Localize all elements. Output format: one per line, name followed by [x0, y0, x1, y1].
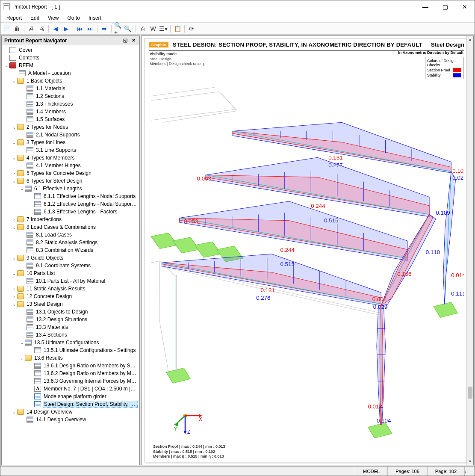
beam-3: 0.244 0.515 [180, 201, 407, 268]
svg-marker-60 [443, 171, 456, 305]
status-scroll-right-icon[interactable]: › [464, 467, 475, 476]
close-button[interactable]: ✕ [455, 0, 475, 13]
tree-6-1-3[interactable]: 6.1.3 Effective Lengths - Factors [2, 208, 139, 216]
svg-text:Y: Y [174, 426, 177, 432]
tree-13-6[interactable]: ⌄13.6 Results [2, 354, 139, 362]
tree-member-7[interactable]: Member No. 7 | DS1 | CO4 | 2.500 m | ST2… [2, 385, 139, 393]
zoom-in-icon[interactable]: 🔍+ [114, 24, 123, 33]
delete-icon[interactable]: 🗑 [12, 24, 22, 33]
brace: 0.110 0.106 [381, 215, 440, 306]
tree-a-model[interactable]: A Model - Location [2, 69, 139, 77]
clipboard-icon[interactable]: 📋 [173, 24, 182, 33]
tree-1-4[interactable]: 1.4 Members [2, 108, 139, 115]
scroll-up-icon[interactable]: ▲ [467, 36, 473, 43]
svg-text:0.110: 0.110 [426, 249, 440, 255]
tree-steel-design[interactable]: ⌄13 Steel Design [2, 300, 139, 308]
tree-types-concrete[interactable]: ›5 Types for Concrete Design [2, 169, 139, 177]
svg-marker-4 [434, 302, 457, 318]
tree-types-steel[interactable]: ⌄6 Types for Steel Design [2, 177, 139, 185]
scroll-down-icon[interactable]: ▼ [467, 458, 473, 465]
export-pdf-icon[interactable]: ⎙ [138, 24, 148, 33]
tree-8-2[interactable]: 8.2 Static Analysis Settings [2, 239, 139, 246]
menu-view[interactable]: View [44, 14, 63, 22]
tree-13-5[interactable]: ⌄13.5 Ultimate Configurations [2, 339, 139, 346]
tree-6-1-1[interactable]: 6.1.1 Effective Lengths - Nodal Supports [2, 192, 139, 200]
navigator-tree[interactable]: Cover Contents ⌄RFEM A Model - Location … [2, 45, 139, 465]
prev-icon[interactable]: ◀ [51, 24, 60, 33]
scroll-thumb[interactable] [468, 387, 472, 399]
print-all-icon[interactable]: 🖨 [37, 24, 46, 33]
tree-design-overview[interactable]: ⌄14 Design Overview [2, 408, 139, 416]
svg-text:0.029: 0.029 [452, 174, 464, 181]
tree-6-1-2[interactable]: 6.1.2 Effective Lengths - Nodal Supports… [2, 200, 139, 208]
svg-text:0.131: 0.131 [328, 154, 342, 161]
tree-8-3[interactable]: 8.3 Combination Wizards [2, 246, 139, 254]
tree-types-lines[interactable]: ⌄3 Types for Lines [2, 139, 139, 146]
tree-1-2[interactable]: 1.2 Sections [2, 92, 139, 100]
tree-cover[interactable]: Cover [2, 46, 139, 54]
tree-rfem[interactable]: ⌄RFEM [2, 62, 139, 69]
tree-1-1[interactable]: 1.1 Materials [2, 85, 139, 92]
tree-steel-design-graphic[interactable]: Steel Design: Section Proof, Stability, … [2, 400, 139, 408]
tree-1-3[interactable]: 1.3 Thicknesses [2, 100, 139, 108]
tree-10-1[interactable]: 10.1 Parts List - All by Material [2, 277, 139, 285]
new-report-icon[interactable]: 📄 [2, 24, 12, 33]
tree-load-comb[interactable]: ⌄8 Load Cases & Combinations [2, 223, 139, 231]
tree-types-members[interactable]: ⌄4 Types for Members [2, 154, 139, 162]
close-panel-icon[interactable]: ✕ [130, 37, 137, 44]
tree-imperfections[interactable]: ›7 Imperfections [2, 216, 139, 223]
tree-mode-shape[interactable]: Mode shape platform girder [2, 393, 139, 400]
svg-text:0.111: 0.111 [451, 290, 464, 297]
tree-basic-objects[interactable]: ⌄1 Basic Objects [2, 77, 139, 85]
tree-14-1[interactable]: 14.1 Design Overview [2, 416, 139, 423]
tree-13-3[interactable]: 13.3 Materials [2, 323, 139, 331]
tree-13-4[interactable]: 13.4 Sections [2, 331, 139, 339]
tree-1-5[interactable]: 1.5 Surfaces [2, 115, 139, 123]
graphic-badge: Graphic [149, 42, 168, 47]
tree-13-5-1[interactable]: 13.5.1 Ultimate Configurations - Setting… [2, 346, 139, 354]
svg-text:0.002: 0.002 [372, 296, 386, 302]
tree-13-6-2[interactable]: 13.6.2 Design Ratio on Members by Member [2, 370, 139, 377]
last-icon[interactable]: ⏭ [86, 24, 95, 33]
export-word-icon[interactable]: W [148, 24, 158, 33]
tree-13-6-3[interactable]: 13.6.3 Governing Internal Forces by Memb… [2, 377, 139, 385]
tree-3-1[interactable]: 3.1 Line Supports [2, 146, 139, 154]
tree-parts[interactable]: ⌄10 Parts List [2, 269, 139, 277]
tree-2-1[interactable]: 2.1 Nodal Supports [2, 131, 139, 139]
tree-13-1[interactable]: 13.1 Objects to Design [2, 308, 139, 316]
first-icon[interactable]: ⏮ [75, 24, 85, 33]
tree-static-results[interactable]: ›11 Static Analysis Results [2, 285, 139, 293]
menu-goto[interactable]: Go to [63, 14, 84, 22]
menu-report[interactable]: Report [2, 14, 26, 22]
tree-concrete-design[interactable]: ›12 Concrete Design [2, 293, 139, 300]
model-diagram: 0.131 0.277 0.244 0.515 [149, 65, 464, 447]
column-front: 0.013 0.104 [368, 306, 391, 425]
tree-9-1[interactable]: 9.1 Coordinate Systems [2, 262, 139, 269]
svg-text:0.244: 0.244 [280, 247, 295, 253]
tree-6-1[interactable]: ⌄6.1 Effective Lengths [2, 185, 139, 192]
tree-13-6-1[interactable]: 13.6.1 Design Ratio on Members by Sectio… [2, 362, 139, 370]
menu-edit[interactable]: Edit [26, 14, 44, 22]
tree-guide[interactable]: ⌄9 Guide Objects [2, 254, 139, 262]
menu-insert[interactable]: Insert [84, 14, 106, 22]
minimize-button[interactable]: — [416, 0, 435, 13]
svg-marker-92 [183, 431, 187, 434]
tree-4-1[interactable]: 4.1 Member Hinges [2, 162, 139, 169]
jump-icon[interactable]: ➡ [100, 24, 109, 33]
tree-contents[interactable]: Contents [2, 54, 139, 62]
svg-text:0.014: 0.014 [451, 272, 464, 278]
settings-dropdown-icon[interactable]: ☰▾ [159, 24, 168, 33]
svg-text:0.106: 0.106 [397, 271, 411, 277]
print-icon[interactable]: 🖨 [27, 24, 36, 33]
refresh-icon[interactable]: ⟳ [187, 24, 196, 33]
next-icon[interactable]: ▶ [61, 24, 71, 33]
navigator-title: Printout Report Navigator [4, 38, 67, 44]
maximize-button[interactable]: ▢ [435, 0, 455, 13]
page-title: STEEL DESIGN: SECTION PROOF, STABILITY, … [173, 41, 422, 48]
vertical-scrollbar[interactable]: ▲ ▼ [466, 36, 473, 465]
tree-13-2[interactable]: 13.2 Design Situations [2, 316, 139, 323]
undock-icon[interactable]: ◱ [122, 37, 129, 44]
zoom-out-icon[interactable]: 🔍- [124, 24, 133, 33]
tree-types-nodes[interactable]: ⌄2 Types for Nodes [2, 123, 139, 131]
tree-8-1[interactable]: 8.1 Load Cases [2, 231, 139, 239]
